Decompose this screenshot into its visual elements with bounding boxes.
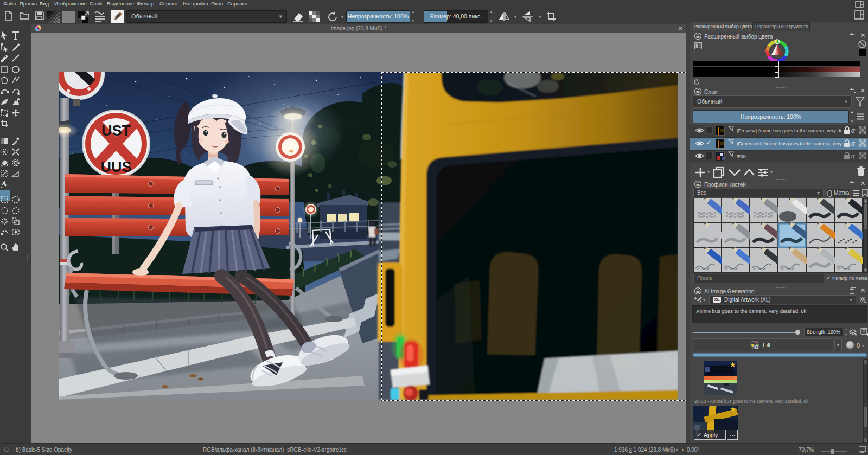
- svg-text:UUS: UUS: [100, 159, 131, 175]
- svg-text:UST: UST: [101, 123, 131, 139]
